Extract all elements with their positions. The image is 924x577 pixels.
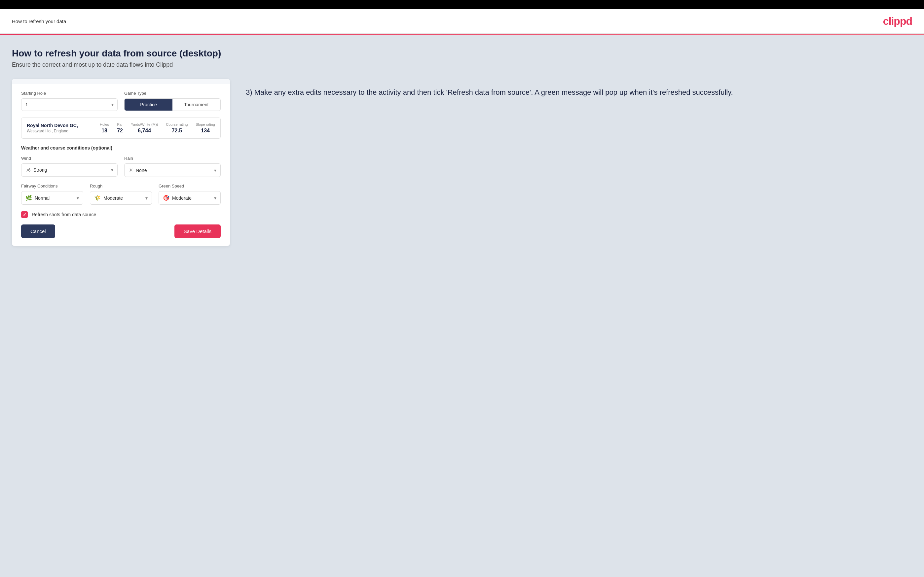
green-speed-icon: 🎯 [163,195,170,201]
wind-label: Wind [21,156,118,161]
course-name: Royal North Devon GC, [27,123,78,128]
game-type-group: Game Type Practice Tournament [124,91,221,111]
form-panel-top-bar [12,79,230,84]
rain-group: Rain ☀ None ▾ [124,156,221,177]
header: How to refresh your data clippd [0,9,924,34]
rough-icon: 🌾 [94,195,101,201]
page-title: How to refresh your data from source (de… [12,48,912,59]
fairway-value: Normal [35,195,77,201]
info-panel: 3) Make any extra edits necessary to the… [246,79,912,98]
rain-value: None [136,168,214,173]
game-type-label: Game Type [124,91,221,96]
stat-par: Par 72 [117,122,123,134]
refresh-checkbox[interactable] [21,211,28,218]
refresh-checkbox-label: Refresh shots from data source [32,212,96,217]
rough-chevron-icon: ▾ [145,195,148,201]
page-subtitle: Ensure the correct and most up to date d… [12,61,912,68]
conditions-section-title: Weather and course conditions (optional) [21,145,221,150]
form-row-hole-gametype: Starting Hole 1 Game Type Practice Tourn… [21,91,221,111]
course-name-location: Royal North Devon GC, Westward Ho!, Engl… [27,123,78,133]
wind-chevron-icon: ▾ [111,168,113,172]
fairway-icon: 🌿 [26,195,32,201]
course-stats: Holes 18 Par 72 Yards/White (M)) 6,744 C… [100,122,215,134]
form-panel: Starting Hole 1 Game Type Practice Tourn… [12,79,230,246]
stat-holes-value: 18 [102,128,107,133]
stat-course-rating-value: 72.5 [172,128,182,133]
course-info-box: Royal North Devon GC, Westward Ho!, Engl… [21,118,221,139]
fairway-label: Fairway Conditions [21,184,83,189]
course-location: Westward Ho!, England [27,129,78,133]
save-details-button[interactable]: Save Details [174,224,221,238]
stat-holes-label: Holes [100,122,109,126]
starting-hole-label: Starting Hole [21,91,118,96]
wind-icon: 🌬 [26,167,31,173]
stat-par-label: Par [117,122,123,126]
content-area: Starting Hole 1 Game Type Practice Tourn… [12,79,912,246]
stat-yards-value: 6,744 [138,128,151,133]
stat-par-value: 72 [117,128,123,133]
button-row: Cancel Save Details [21,224,221,238]
stat-course-rating-label: Course rating [166,122,187,126]
starting-hole-select[interactable]: 1 [21,98,118,111]
rough-group: Rough 🌾 Moderate ▾ [90,184,152,205]
wind-select[interactable]: 🌬 Strong ▾ [21,163,118,177]
stat-slope-rating-label: Slope rating [195,122,215,126]
wind-group: Wind 🌬 Strong ▾ [21,156,118,177]
main-content: How to refresh your data from source (de… [0,35,924,577]
fairway-group: Fairway Conditions 🌿 Normal ▾ [21,184,83,205]
starting-hole-select-wrapper[interactable]: 1 [21,98,118,111]
stat-holes: Holes 18 [100,122,109,134]
rain-chevron-icon: ▾ [214,168,216,173]
green-speed-select[interactable]: 🎯 Moderate ▾ [158,191,221,205]
stat-yards-label: Yards/White (M)) [131,122,158,126]
green-speed-label: Green Speed [158,184,221,189]
green-speed-value: Moderate [172,195,214,201]
top-bar [0,0,924,9]
tournament-toggle-btn[interactable]: Tournament [173,99,220,111]
refresh-checkbox-row: Refresh shots from data source [21,211,221,218]
game-type-toggle: Practice Tournament [124,98,221,111]
rough-value: Moderate [103,195,145,201]
info-text: 3) Make any extra edits necessary to the… [246,87,912,98]
stat-slope-rating-value: 134 [201,128,210,133]
fairway-chevron-icon: ▾ [77,195,79,201]
rough-select[interactable]: 🌾 Moderate ▾ [90,191,152,205]
starting-hole-group: Starting Hole 1 [21,91,118,111]
rough-label: Rough [90,184,152,189]
green-speed-group: Green Speed 🎯 Moderate ▾ [158,184,221,205]
stat-yards: Yards/White (M)) 6,744 [131,122,158,134]
wind-value: Strong [33,168,111,172]
stat-slope-rating: Slope rating 134 [195,122,215,134]
rain-select[interactable]: ☀ None ▾ [124,163,221,177]
stat-course-rating: Course rating 72.5 [166,122,187,134]
rain-label: Rain [124,156,221,161]
fairway-select[interactable]: 🌿 Normal ▾ [21,191,83,205]
form-row-wind-rain: Wind 🌬 Strong ▾ Rain ☀ None ▾ [21,156,221,177]
green-speed-chevron-icon: ▾ [214,195,216,201]
breadcrumb: How to refresh your data [12,18,66,24]
cancel-button[interactable]: Cancel [21,224,55,238]
practice-toggle-btn[interactable]: Practice [124,99,173,111]
logo: clippd [883,15,912,27]
rain-icon: ☀ [129,167,133,173]
form-row-fairway-rough-green: Fairway Conditions 🌿 Normal ▾ Rough 🌾 Mo… [21,184,221,205]
